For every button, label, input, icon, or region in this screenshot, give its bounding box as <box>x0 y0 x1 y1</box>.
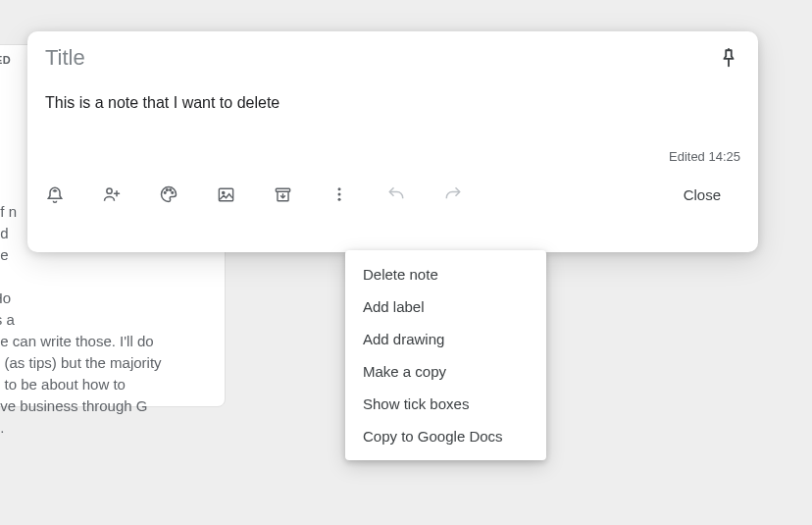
menu-item-label: Add label <box>363 298 425 315</box>
note-edited-timestamp: Edited 14:25 <box>45 149 740 164</box>
svg-point-3 <box>170 189 172 191</box>
menu-item-label: Add drawing <box>363 331 444 347</box>
menu-item-delete-note[interactable]: Delete note <box>345 258 546 290</box>
palette-icon[interactable] <box>159 184 178 204</box>
svg-rect-5 <box>219 188 232 201</box>
image-icon[interactable] <box>216 184 235 204</box>
pin-icon[interactable] <box>717 46 740 70</box>
note-title-input[interactable]: Title <box>45 45 717 71</box>
more-options-icon[interactable] <box>330 184 349 204</box>
menu-item-add-drawing[interactable]: Add drawing <box>345 323 546 355</box>
reminder-icon[interactable] <box>45 184 65 204</box>
menu-item-label: Delete note <box>363 266 438 283</box>
menu-item-label: Make a copy <box>363 363 446 380</box>
svg-point-9 <box>338 193 341 196</box>
note-body-input[interactable]: This is a note that I want to delete <box>45 94 740 130</box>
svg-point-10 <box>338 198 341 201</box>
svg-point-1 <box>164 192 166 194</box>
svg-point-0 <box>107 188 112 193</box>
more-options-menu: Delete note Add label Add drawing Make a… <box>345 250 546 460</box>
undo-icon[interactable] <box>386 184 406 204</box>
svg-rect-7 <box>276 188 289 191</box>
close-button[interactable]: Close <box>664 179 740 211</box>
menu-item-label: Show tick boxes <box>363 395 469 412</box>
menu-item-copy-to-google-docs[interactable]: Copy to Google Docs <box>345 420 546 452</box>
menu-item-add-label[interactable]: Add label <box>345 290 546 323</box>
svg-point-6 <box>222 191 224 193</box>
note-title-row: Title <box>45 45 740 71</box>
menu-item-make-copy[interactable]: Make a copy <box>345 355 546 388</box>
note-toolbar: Close <box>45 174 740 215</box>
redo-icon[interactable] <box>443 184 463 204</box>
background-pinned-badge: ED <box>0 54 11 66</box>
svg-point-2 <box>167 189 169 191</box>
svg-point-8 <box>338 187 341 190</box>
archive-icon[interactable] <box>273 184 292 204</box>
menu-item-show-tick-boxes[interactable]: Show tick boxes <box>345 388 546 420</box>
svg-point-4 <box>172 192 174 194</box>
menu-item-label: Copy to Google Docs <box>363 428 503 445</box>
collaborator-icon[interactable] <box>102 184 122 204</box>
note-editor-modal: Title This is a note that I want to dele… <box>27 31 758 252</box>
toolbar-icon-group <box>45 184 463 204</box>
